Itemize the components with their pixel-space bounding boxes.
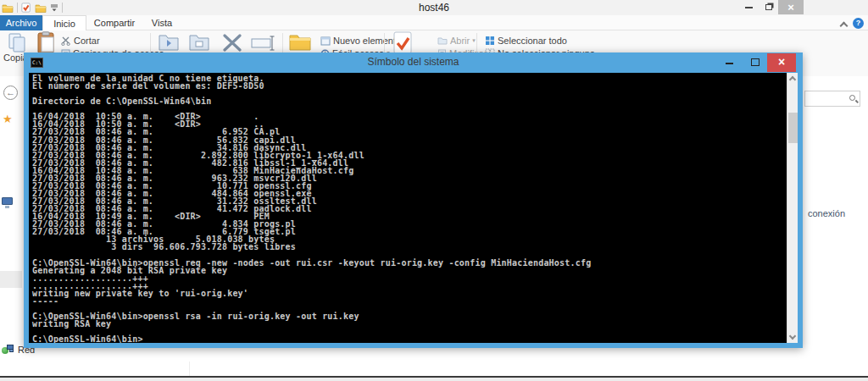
console-scrollbar[interactable] bbox=[787, 73, 798, 343]
help-icon[interactable]: ? bbox=[853, 18, 864, 29]
console-output-area[interactable]: El volumen de la unidad C no tiene etiqu… bbox=[29, 73, 798, 343]
cut-button[interactable]: Cortar bbox=[61, 36, 100, 46]
tab-inicio[interactable]: Inicio bbox=[42, 15, 86, 30]
scroll-up-icon[interactable] bbox=[789, 76, 796, 83]
move-to-icon[interactable] bbox=[158, 33, 180, 52]
explorer-titlebar: host46 × bbox=[0, 0, 868, 15]
rename-icon[interactable] bbox=[251, 36, 275, 51]
scissors-icon bbox=[61, 36, 71, 46]
copy-icon[interactable] bbox=[7, 32, 29, 54]
console-titlebar[interactable]: C:\ Símbolo del sistema × bbox=[24, 52, 803, 73]
favorites-star-icon[interactable]: ★ bbox=[3, 113, 13, 125]
minimize-button[interactable] bbox=[739, 0, 758, 14]
desktop: host46 × Archivo Inicio Compartir Vista … bbox=[0, 0, 868, 381]
tab-compartir[interactable]: Compartir bbox=[86, 15, 142, 30]
open-icon bbox=[437, 36, 448, 45]
console-window[interactable]: C:\ Símbolo del sistema × El volumen de … bbox=[24, 52, 803, 348]
ribbon-tabrow: Archivo Inicio Compartir Vista bbox=[0, 15, 868, 30]
new-folder-icon[interactable] bbox=[288, 33, 312, 52]
new-item-icon bbox=[320, 36, 331, 46]
tab-archivo[interactable]: Archivo bbox=[0, 15, 42, 30]
console-minimize-button[interactable] bbox=[726, 63, 733, 64]
open-button[interactable]: Abrir ▾ bbox=[437, 36, 476, 46]
properties-icon[interactable] bbox=[392, 31, 414, 55]
desktop-strip bbox=[0, 378, 868, 381]
select-all-button[interactable]: Seleccionar todo bbox=[485, 36, 567, 46]
console-text: El volumen de la unidad C no tiene etiqu… bbox=[29, 73, 591, 343]
search-icon bbox=[849, 95, 855, 101]
copy-to-icon[interactable] bbox=[188, 33, 210, 52]
network-icon bbox=[2, 345, 14, 355]
connection-list-item[interactable]: conexión bbox=[808, 208, 845, 218]
select-all-icon bbox=[485, 36, 495, 46]
window-title: host46 bbox=[0, 2, 868, 14]
paste-icon[interactable] bbox=[36, 31, 58, 55]
tab-vista[interactable]: Vista bbox=[142, 15, 181, 30]
statusbar-divider bbox=[189, 362, 190, 376]
console-close-button[interactable]: × bbox=[767, 53, 796, 72]
scrollbar-thumb[interactable] bbox=[788, 113, 798, 143]
this-pc-icon[interactable] bbox=[2, 197, 13, 205]
console-maximize-button[interactable] bbox=[751, 58, 760, 66]
console-title: Símbolo del sistema bbox=[24, 56, 803, 68]
close-button[interactable]: × bbox=[778, 0, 804, 14]
nav-pane-fragment bbox=[0, 271, 22, 288]
delete-icon[interactable] bbox=[222, 34, 242, 52]
restore-button[interactable] bbox=[760, 0, 778, 14]
scroll-down-icon[interactable] bbox=[789, 333, 796, 340]
search-input[interactable] bbox=[804, 91, 860, 107]
chevron-down-icon: ▾ bbox=[472, 37, 476, 44]
back-button[interactable]: ← bbox=[3, 86, 18, 100]
